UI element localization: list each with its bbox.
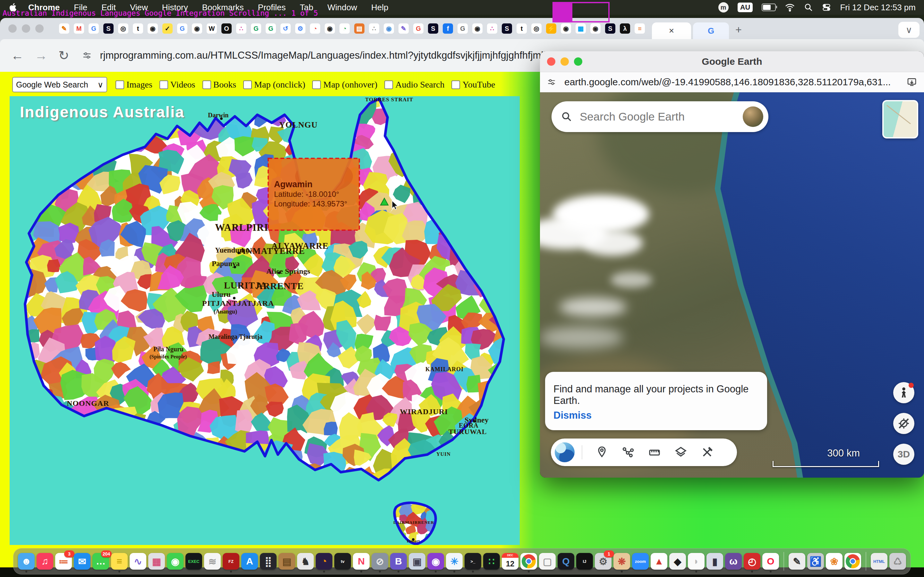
dock-calendar[interactable]: DEC12 [502,553,519,570]
pinned-tab-g-blue[interactable]: G [177,23,187,34]
dock-textedit[interactable]: ≋ [204,553,221,570]
pinned-tab-s-dark[interactable]: S [103,23,113,34]
battery-icon[interactable] [762,3,776,11]
ge-titlebar[interactable]: Google Earth [540,51,924,72]
wifi-icon[interactable] [785,3,795,11]
layers-icon[interactable] [668,446,694,459]
dock-freeform[interactable]: ∿ [129,553,146,570]
checkbox-youtube[interactable]: YouTube [451,79,495,90]
dock-markup-note[interactable]: ✎ [788,553,805,570]
dock-notes[interactable]: ≡ [111,553,128,570]
pinned-tab-s-dark[interactable]: S [605,23,615,34]
pinned-tab-eye[interactable]: ◉ [472,23,483,34]
pinned-tab-o-dark[interactable]: O [221,23,232,34]
dock-terminal[interactable]: >_ [465,553,481,570]
back-button[interactable]: ← [11,48,24,63]
checkbox-map-onclick-[interactable]: Map (onclick) [243,79,305,90]
pinned-tab-pencil-chart[interactable]: ✎ [59,23,69,34]
pinned-tab-eye[interactable]: ◉ [561,23,571,34]
dock-firefox[interactable]: ◔ [316,553,333,570]
my-location-disabled-button[interactable] [893,413,914,434]
dock-trash[interactable]: ♺ [889,553,906,570]
checkbox-images[interactable]: Images [115,79,152,90]
avatar[interactable] [743,106,763,127]
checkbox-books[interactable]: Books [202,79,236,90]
dock-safari[interactable]: ✳ [446,553,463,570]
pinned-tab-chrome[interactable]: ◔ [310,23,320,34]
pinned-tab-earth-blue[interactable]: ◉ [384,23,394,34]
pinned-tab-facebook[interactable]: f [443,23,453,34]
pinned-tab-settings-gear[interactable]: ⚙ [295,23,305,34]
dock-image-capture[interactable]: ▣ [409,553,425,570]
pinned-tab-dots[interactable]: ∴ [369,23,379,34]
control-center-icon[interactable] [822,3,831,12]
forward-button[interactable]: → [35,48,47,63]
pinned-tab-lightning[interactable]: ⚡ [546,23,556,34]
pinned-tab-eye[interactable]: ◉ [192,23,202,34]
pinned-tab-lambda-dark[interactable]: λ [620,23,630,34]
pinned-tab-stack-orange[interactable]: ≡ [635,23,645,34]
reload-button[interactable]: ↻ [58,48,69,63]
ge-satellite-view[interactable]: Search Google Earth Find and manage all … [540,92,924,478]
dock-speedtest[interactable]: ◴ [744,553,760,570]
dock-terminal-exec[interactable]: EXEC [186,553,202,570]
dock-blocked-app[interactable]: ⊘ [372,553,388,570]
dismiss-button[interactable]: Dismiss [553,410,591,421]
dock-news[interactable]: N [353,553,370,570]
checkbox-box[interactable] [312,81,321,89]
dock-settings[interactable]: ⚙1 [595,553,612,570]
close-window-button[interactable] [8,24,17,33]
dock-archive-case[interactable]: ▤ [278,553,295,570]
dock-finder[interactable]: ☻ [18,553,35,570]
checkbox-audio-search[interactable]: Audio Search [384,79,444,90]
search-mode-select[interactable]: Google Web Search∨ [12,77,107,92]
dock-accessibility[interactable]: ♿ [807,553,824,570]
pinned-tab-eye[interactable]: ◉ [325,23,335,34]
checkbox-box[interactable] [160,81,168,89]
dock-bbedit[interactable]: B [390,553,407,570]
checkbox-box[interactable] [451,81,460,89]
edit-tools-icon[interactable] [694,446,720,459]
checkbox-box[interactable] [202,81,211,89]
pinned-tab-pencil[interactable]: ✎ [399,23,409,34]
google-earth-logo[interactable] [555,442,575,462]
dock-facetime[interactable]: ◉ [167,553,184,570]
dock-mascot[interactable]: ♞ [297,553,314,570]
checkbox-box[interactable] [384,81,393,89]
australia-imagemap[interactable]: TORRES STRAITYOLNGUDarwinWARLPIRIYuendum… [10,96,520,545]
dock-inkscape[interactable]: ◆ [669,553,686,570]
pinned-tab-target[interactable]: ◎ [531,23,541,34]
pinned-tab-windows[interactable]: ▦ [575,23,586,34]
menu-bar-clock[interactable]: Fri 12 Dec 12:53 pm [840,3,916,13]
dock-chrome-device[interactable] [845,553,861,570]
dock-paint-palette[interactable]: ❋ [614,553,630,570]
pinned-tab-s-dark[interactable]: S [428,23,438,34]
ge-search-bar[interactable]: Search Google Earth [551,101,768,132]
indigenous-australia-map[interactable]: Indigenous Australia [10,96,520,545]
active-tab[interactable]: × [652,23,691,39]
pinned-tab-dots[interactable]: ∴ [487,23,497,34]
dock-photos[interactable]: ❀ [826,553,843,570]
pinned-tab-dots[interactable]: ∴ [236,23,246,34]
overview-minimap[interactable] [882,100,918,139]
dock-app-store[interactable]: A [241,553,258,570]
pinned-tab-s-dark[interactable]: S [502,23,512,34]
pinned-tab-eye[interactable]: ◉ [148,23,158,34]
dock-white-blob[interactable]: ◗ [688,553,704,570]
pinned-tab-nyt[interactable]: t [517,23,527,34]
pinned-tab-book-orange[interactable]: ▤ [354,23,365,34]
pinned-tab-eye[interactable]: ◉ [590,23,601,34]
pinned-tab-g-gray[interactable]: G [457,23,468,34]
checkbox-box[interactable] [243,81,252,89]
ge-address-bar[interactable]: earth.google.com/web/@-19.41990588,146.1… [564,77,891,87]
checkbox-videos[interactable]: Videos [160,79,195,90]
tab-search-button[interactable]: ∨ [898,22,919,38]
dock-music[interactable]: ♫ [37,553,53,570]
menu-help[interactable]: Help [364,3,395,12]
pinned-tab-gmail[interactable]: M [74,23,84,34]
dock-chrome[interactable] [520,553,537,570]
path-route-icon[interactable] [615,446,641,459]
pinned-tab-g-green[interactable]: G [266,23,276,34]
input-source-badge[interactable]: AU [738,3,753,12]
pinned-tab-target[interactable]: ◎ [118,23,128,34]
